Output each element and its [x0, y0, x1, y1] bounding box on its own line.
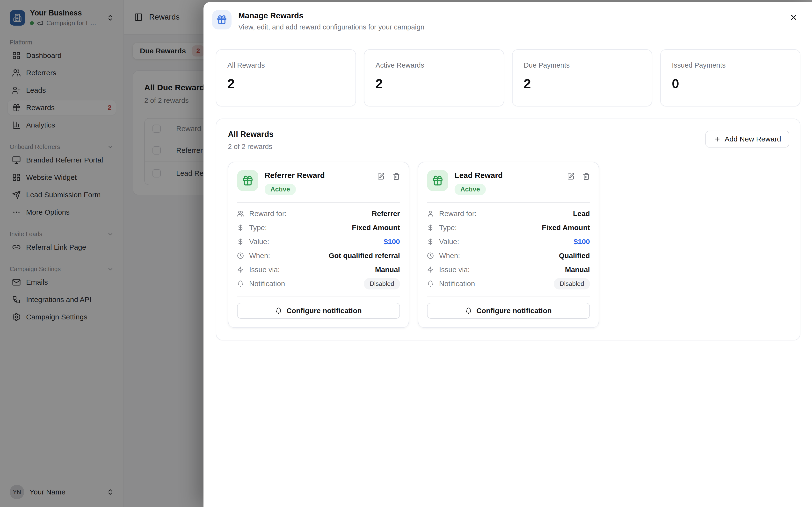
detail-row-value: Value: $100 — [427, 235, 590, 249]
detail-row-notification: Notification Disabled — [237, 277, 400, 291]
notification-status-badge: Disabled — [364, 278, 400, 289]
manage-rewards-modal: Manage Rewards View, edit, and add rewar… — [203, 2, 812, 507]
detail-label: Issue via: — [249, 266, 280, 274]
stat-value: 0 — [672, 76, 789, 91]
detail-label: Notification — [439, 280, 475, 288]
reward-card-referrer: Referrer Reward Active Reward for: — [228, 162, 409, 328]
stat-value: 2 — [524, 76, 641, 91]
bell-icon — [275, 307, 282, 314]
gift-icon — [432, 175, 444, 186]
plus-icon — [714, 135, 721, 143]
panel-subtitle: 2 of 2 rewards — [228, 143, 273, 151]
modal-subtitle: View, edit, and add reward configuration… — [238, 23, 424, 31]
notification-status-badge: Disabled — [554, 278, 590, 289]
detail-value: Fixed Amount — [352, 224, 400, 232]
dollar-icon — [237, 224, 244, 231]
detail-label: Issue via: — [439, 266, 470, 274]
stat-label: Due Payments — [524, 61, 641, 69]
status-badge: Active — [265, 184, 296, 195]
user-icon — [427, 210, 434, 217]
stat-label: Active Rewards — [375, 61, 493, 69]
gift-icon — [216, 14, 227, 25]
modal-title: Manage Rewards — [238, 10, 424, 20]
screen: Your Business Campaign for E… Platform D… — [0, 0, 812, 507]
detail-value: Manual — [565, 266, 590, 274]
stat-value: 2 — [227, 76, 344, 91]
dollar-icon — [427, 224, 434, 231]
stat-label: All Rewards — [227, 61, 344, 69]
gift-icon — [242, 175, 254, 186]
detail-row-notification: Notification Disabled — [427, 277, 590, 291]
reward-gift-tile — [237, 170, 258, 191]
detail-value: Got qualified referral — [329, 251, 400, 260]
dollar-icon — [237, 238, 244, 245]
bell-icon — [465, 307, 472, 314]
detail-value: Manual — [375, 266, 400, 274]
reward-gift-tile — [427, 170, 448, 191]
stat-card-due-payments: Due Payments 2 — [512, 49, 652, 107]
detail-value: Lead — [573, 210, 590, 218]
detail-label: Reward for: — [439, 210, 476, 218]
reward-name: Referrer Reward — [265, 170, 325, 180]
detail-row-type: Type: Fixed Amount — [237, 221, 400, 235]
zap-icon — [237, 266, 244, 273]
zap-icon — [427, 266, 434, 273]
configure-notification-button[interactable]: Configure notification — [427, 303, 590, 319]
detail-row-type: Type: Fixed Amount — [427, 221, 590, 235]
detail-label: Notification — [249, 280, 285, 288]
trash-icon[interactable] — [582, 173, 590, 180]
detail-label: Type: — [439, 224, 457, 232]
detail-row-issue-via: Issue via: Manual — [237, 263, 400, 277]
dollar-icon — [427, 238, 434, 245]
detail-label: Value: — [249, 237, 269, 246]
modal-gift-tile — [212, 10, 232, 30]
add-new-reward-button[interactable]: Add New Reward — [705, 131, 789, 148]
configure-button-label: Configure notification — [476, 306, 552, 315]
detail-label: Type: — [249, 224, 267, 232]
detail-label: When: — [439, 251, 460, 260]
stat-card-active-rewards: Active Rewards 2 — [364, 49, 504, 107]
configure-button-label: Configure notification — [286, 306, 362, 315]
configure-notification-button[interactable]: Configure notification — [237, 303, 400, 319]
detail-value: Fixed Amount — [542, 224, 590, 232]
detail-value: Referrer — [372, 210, 400, 218]
detail-value: $100 — [574, 237, 590, 246]
trash-icon[interactable] — [393, 173, 400, 180]
status-badge: Active — [455, 184, 486, 195]
stat-label: Issued Payments — [672, 61, 789, 69]
detail-label: When: — [249, 251, 270, 260]
reward-name: Lead Reward — [455, 170, 503, 180]
detail-row-when: When: Qualified — [427, 249, 590, 263]
panel-title: All Rewards — [228, 130, 273, 139]
stat-card-issued-payments: Issued Payments 0 — [660, 49, 800, 107]
edit-icon[interactable] — [377, 173, 385, 180]
detail-row-issue-via: Issue via: Manual — [427, 263, 590, 277]
clock-icon — [237, 252, 244, 259]
reward-card-lead: Lead Reward Active Reward for: — [418, 162, 599, 328]
detail-label: Value: — [439, 237, 459, 246]
detail-row-reward-for: Reward for: Referrer — [237, 207, 400, 221]
edit-icon[interactable] — [567, 173, 574, 180]
modal-header: Manage Rewards View, edit, and add rewar… — [203, 2, 812, 37]
add-button-label: Add New Reward — [725, 135, 781, 143]
users-icon — [237, 210, 244, 217]
clock-icon — [427, 252, 434, 259]
bell-icon — [427, 280, 434, 287]
stat-value: 2 — [375, 76, 493, 91]
detail-row-when: When: Got qualified referral — [237, 249, 400, 263]
bell-icon — [237, 280, 244, 287]
detail-row-value: Value: $100 — [237, 235, 400, 249]
close-icon[interactable] — [788, 12, 800, 23]
stat-card-all-rewards: All Rewards 2 — [216, 49, 356, 107]
detail-value: Qualified — [559, 251, 590, 260]
stats-row: All Rewards 2 Active Rewards 2 Due Payme… — [216, 49, 800, 107]
detail-row-reward-for: Reward for: Lead — [427, 207, 590, 221]
all-rewards-panel: All Rewards 2 of 2 rewards Add New Rewar… — [216, 119, 800, 340]
detail-label: Reward for: — [249, 210, 287, 218]
detail-value: $100 — [384, 237, 400, 246]
